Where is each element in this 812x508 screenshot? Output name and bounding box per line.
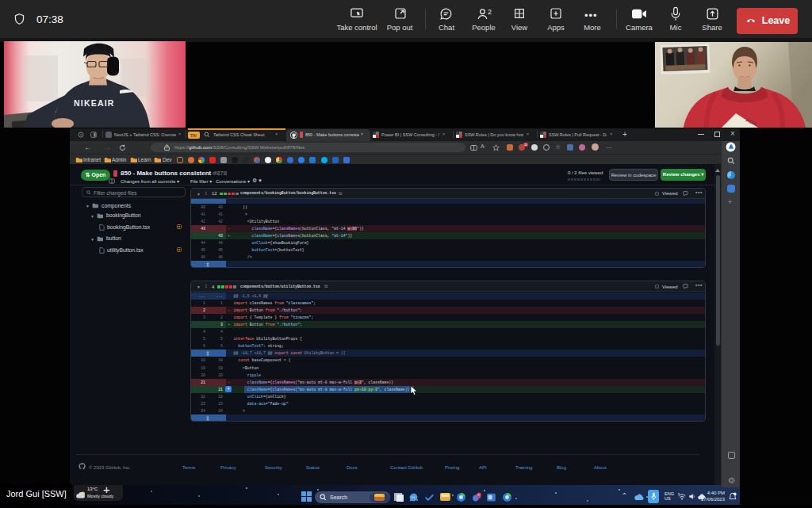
svg-text:NIKEAIR: NIKEAIR [74, 98, 115, 108]
svg-text:9: 9 [478, 494, 480, 497]
